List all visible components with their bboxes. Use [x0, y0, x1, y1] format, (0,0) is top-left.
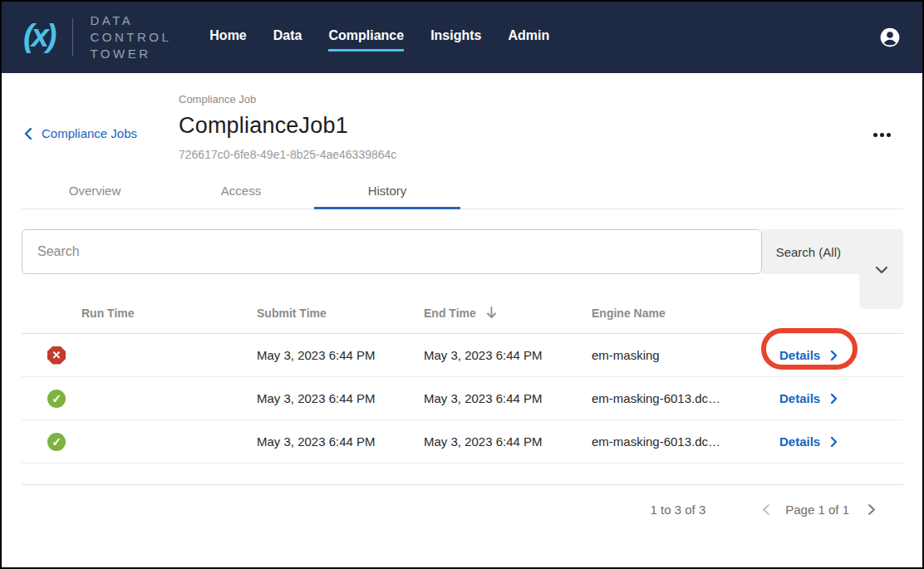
tab-overview[interactable]: Overview	[22, 174, 168, 209]
column-header-engine-name[interactable]: Engine Name	[592, 307, 759, 320]
history-table: Run Time Submit Time End Time Engine Nam…	[22, 292, 903, 464]
chevron-down-icon[interactable]	[875, 262, 888, 277]
engine-name-cell: em-masking	[592, 348, 759, 362]
arrow-down-icon	[486, 307, 497, 319]
tab-access[interactable]: Access	[168, 174, 314, 209]
pagination-range-label: 1 to 3 of 3	[651, 503, 706, 517]
nav-item-insights[interactable]: Insights	[430, 23, 481, 52]
submit-time-cell: May 3, 2023 6:44 PM	[257, 434, 424, 449]
chevron-right-icon	[830, 350, 838, 361]
more-horizontal-icon	[873, 133, 877, 137]
more-options-button[interactable]	[870, 130, 894, 140]
details-link[interactable]: Details	[779, 391, 838, 405]
submit-time-cell: May 3, 2023 6:44 PM	[257, 348, 424, 362]
table-row: May 3, 2023 6:44 PM May 3, 2023 6:44 PM …	[22, 377, 903, 420]
tab-history[interactable]: History	[314, 174, 460, 209]
tabs-bar: Overview Access History	[22, 174, 903, 209]
search-scope-panel: Search (All)	[762, 229, 903, 274]
nav-item-admin[interactable]: Admin	[508, 23, 549, 52]
top-navbar: (x) DATA CONTROL TOWER Home Data Complia…	[2, 2, 922, 73]
previous-page-button[interactable]	[762, 503, 770, 516]
search-input[interactable]	[22, 229, 762, 274]
engine-name-cell: em-masking-6013.dc…	[592, 434, 759, 449]
page-header: Compliance Jobs Compliance Job Complianc…	[2, 73, 922, 161]
chevron-right-icon	[867, 503, 876, 516]
end-time-cell: May 3, 2023 6:44 PM	[424, 348, 592, 362]
page-title: ComplianceJob1	[179, 113, 396, 139]
table-row: May 3, 2023 6:44 PM May 3, 2023 6:44 PM …	[22, 334, 903, 377]
back-link-label: Compliance Jobs	[42, 126, 137, 140]
logo-text: DATA CONTROL TOWER	[90, 12, 171, 61]
status-success-icon	[47, 390, 66, 408]
status-failed-icon	[47, 346, 66, 365]
job-uuid: 726617c0-6fe8-49e1-8b25-4ae46339864c	[179, 148, 396, 161]
table-header-row: Run Time Submit Time End Time Engine Nam…	[22, 292, 903, 334]
pagination-page-label: Page 1 of 1	[785, 503, 849, 517]
search-expand-button[interactable]	[859, 274, 903, 309]
end-time-cell: May 3, 2023 6:44 PM	[424, 391, 592, 405]
search-section: Search (All)	[22, 229, 903, 274]
nav-item-home[interactable]: Home	[209, 23, 246, 52]
column-header-end-time[interactable]: End Time	[424, 307, 592, 320]
column-header-run-time[interactable]: Run Time	[81, 307, 257, 320]
nav-item-data[interactable]: Data	[273, 23, 302, 52]
search-scope-label: Search (All)	[776, 245, 841, 259]
table-footer-divider	[22, 464, 903, 485]
table-row: May 3, 2023 6:44 PM May 3, 2023 6:44 PM …	[22, 420, 903, 464]
user-avatar-icon[interactable]	[879, 27, 901, 48]
dct-logo-icon: (x)	[23, 20, 54, 55]
next-page-button[interactable]	[867, 503, 876, 516]
engine-name-cell: em-masking-6013.dc…	[592, 391, 759, 405]
logo-divider	[72, 18, 73, 56]
app-window: (x) DATA CONTROL TOWER Home Data Complia…	[0, 0, 924, 569]
back-to-compliance-jobs-link[interactable]: Compliance Jobs	[23, 126, 179, 140]
details-link[interactable]: Details	[779, 348, 838, 362]
pagination-bar: 1 to 3 of 3 Page 1 of 1	[2, 485, 922, 533]
end-time-cell: May 3, 2023 6:44 PM	[424, 434, 592, 449]
title-block: Compliance Job ComplianceJob1 726617c0-6…	[179, 93, 396, 161]
chevron-left-icon	[23, 127, 33, 140]
column-header-submit-time[interactable]: Submit Time	[257, 307, 424, 320]
chevron-right-icon	[830, 436, 838, 448]
status-success-icon	[47, 433, 66, 451]
chevron-left-icon	[762, 503, 770, 516]
submit-time-cell: May 3, 2023 6:44 PM	[257, 391, 424, 405]
details-link[interactable]: Details	[779, 434, 838, 449]
primary-nav: Home Data Compliance Insights Admin	[209, 23, 549, 52]
entity-type-label: Compliance Job	[179, 93, 396, 105]
nav-item-compliance[interactable]: Compliance	[328, 23, 404, 52]
chevron-right-icon	[830, 393, 838, 405]
